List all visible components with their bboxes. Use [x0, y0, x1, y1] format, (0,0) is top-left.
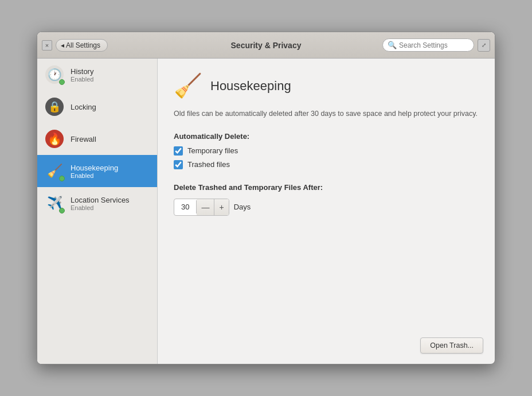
sidebar: 🕐 History Enabled 🔒 Locking [37, 59, 158, 364]
history-icon-container: 🕐 [44, 64, 65, 85]
locking-icon-container: 🔒 [44, 96, 65, 117]
increment-button[interactable]: + [214, 199, 228, 215]
housekeeping-item-status: Enabled [71, 172, 118, 179]
temp-files-row: Temporary files [174, 146, 479, 156]
window-title: Security & Privacy [231, 41, 302, 50]
temp-files-checkbox[interactable] [174, 146, 183, 156]
main-panel: 🧹 Housekeeping Old files can be automati… [158, 59, 495, 364]
firewall-icon-container: 🔥 [44, 129, 65, 149]
panel-header: 🧹 Housekeeping [174, 72, 479, 99]
sidebar-item-history[interactable]: 🕐 History Enabled [37, 59, 157, 91]
housekeeping-item-text: Housekeeping Enabled [71, 164, 118, 179]
location-item-text: Location Services Enabled [71, 196, 130, 211]
history-item-name: History [71, 67, 93, 76]
stepper-row: 30 — + Days [174, 199, 479, 216]
sidebar-item-housekeeping[interactable]: 🧹 Housekeeping Enabled [37, 155, 157, 187]
firewall-item-name: Firewall [71, 135, 96, 143]
delete-after-label: Delete Trashed and Temporary Files After… [174, 183, 479, 192]
back-chevron: ◂ [61, 41, 64, 49]
trashed-files-row: Trashed files [174, 160, 479, 169]
search-icon: 🔍 [388, 41, 397, 49]
sidebar-item-location[interactable]: ✈️ Location Services Enabled [37, 187, 157, 219]
days-label: Days [234, 203, 251, 211]
trashed-files-checkbox[interactable] [174, 160, 183, 169]
expand-button[interactable]: ⤢ [478, 39, 490, 52]
main-window: × ◂ All Settings Security & Privacy 🔍 ⤢ … [37, 32, 495, 364]
history-item-text: History Enabled [71, 67, 93, 83]
panel-icon: 🧹 [174, 72, 202, 99]
temp-files-label: Temporary files [187, 146, 238, 155]
days-stepper: 30 — + [174, 199, 229, 216]
lock-icon: 🔒 [45, 98, 64, 116]
panel-description: Old files can be automatically deleted a… [174, 108, 479, 119]
delete-section: Delete Trashed and Temporary Files After… [174, 183, 479, 216]
housekeeping-status-dot [59, 176, 65, 181]
location-icon-container: ✈️ [44, 193, 65, 213]
housekeeping-item-name: Housekeeping [71, 164, 118, 172]
history-status-dot [59, 79, 65, 85]
search-input[interactable] [399, 41, 468, 49]
sidebar-item-locking[interactable]: 🔒 Locking [37, 91, 157, 123]
firewall-icon: 🔥 [45, 130, 64, 148]
housekeeping-icon-container: 🧹 [44, 161, 65, 181]
history-item-status: Enabled [71, 76, 93, 83]
location-item-name: Location Services [71, 196, 130, 204]
locking-item-text: Locking [71, 103, 96, 111]
firewall-item-text: Firewall [71, 135, 96, 143]
titlebar: × ◂ All Settings Security & Privacy 🔍 ⤢ [37, 32, 495, 59]
search-box[interactable]: 🔍 [382, 38, 474, 52]
back-label: All Settings [66, 41, 100, 49]
trashed-files-label: Trashed files [187, 160, 230, 169]
location-item-status: Enabled [71, 204, 130, 211]
close-button[interactable]: × [42, 40, 52, 51]
open-trash-button[interactable]: Open Trash... [420, 337, 483, 354]
sidebar-item-firewall[interactable]: 🔥 Firewall [37, 123, 157, 155]
content-area: 🕐 History Enabled 🔒 Locking [37, 59, 495, 364]
auto-delete-label: Automatically Delete: [174, 132, 479, 141]
locking-item-name: Locking [71, 103, 96, 111]
decrement-button[interactable]: — [197, 199, 214, 215]
days-value: 30 [174, 200, 197, 213]
location-status-dot [59, 208, 65, 213]
back-button[interactable]: ◂ All Settings [56, 39, 108, 52]
panel-title: Housekeeping [210, 79, 291, 94]
